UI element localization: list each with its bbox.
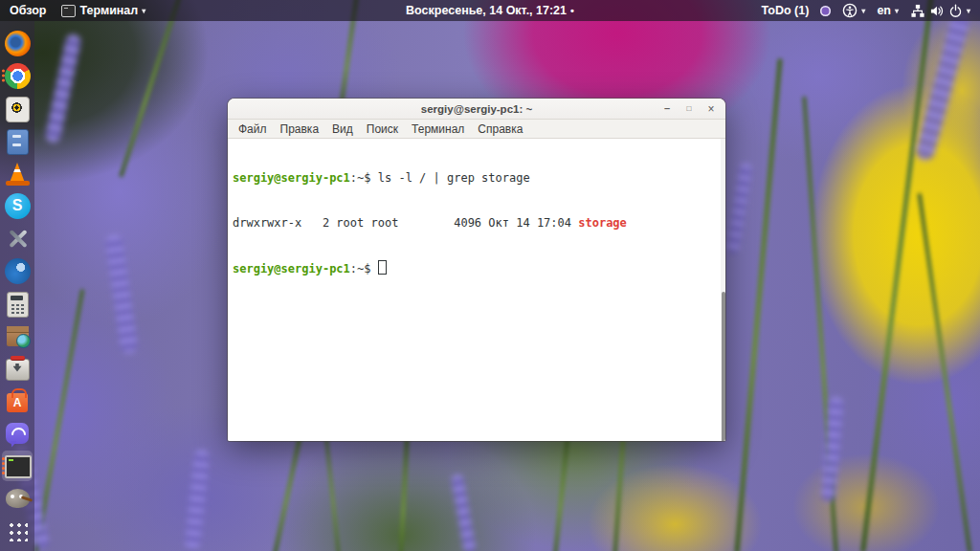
thunderbird-icon <box>5 258 31 284</box>
maximize-button[interactable]: □ <box>682 102 696 116</box>
terminal-icon <box>5 455 32 478</box>
gimp-icon <box>6 489 30 508</box>
power-icon <box>948 4 963 18</box>
wallpaper-stem <box>119 0 182 178</box>
accessibility-menu[interactable]: ▾ <box>842 3 865 18</box>
chevron-down-icon: ▾ <box>895 7 899 15</box>
viber-icon <box>6 423 29 444</box>
menu-file[interactable]: Файл <box>232 122 274 136</box>
volume-icon <box>929 4 945 18</box>
minimize-button[interactable]: – <box>660 102 674 116</box>
keyboard-layout-label: en <box>877 4 891 17</box>
chevron-down-icon: ▾ <box>861 7 865 15</box>
lavender-spike <box>185 449 211 550</box>
app-menu[interactable]: Терминал ▾ <box>61 4 145 17</box>
tools-icon <box>5 226 31 252</box>
system-menu[interactable]: ▾ <box>910 4 970 18</box>
dock-item-chrome[interactable] <box>1 59 33 92</box>
lavender-spike <box>104 233 138 354</box>
menu-terminal[interactable]: Терминал <box>405 122 471 136</box>
app-grid-icon <box>7 520 28 541</box>
dock-item-files[interactable] <box>1 124 33 157</box>
dock-item-deja-dup[interactable] <box>1 92 33 124</box>
dock-item-skype[interactable]: S <box>1 189 33 222</box>
lavender-spike <box>451 474 478 551</box>
viber-indicator-icon[interactable] <box>820 6 831 16</box>
lavender-spike <box>44 33 82 144</box>
show-applications-button[interactable] <box>1 515 33 547</box>
grep-match: storage <box>578 216 627 230</box>
window-title: sergiy@sergiy-pc1: ~ <box>228 103 725 115</box>
lavender-spike <box>726 163 753 254</box>
window-menubar: Файл Правка Вид Поиск Терминал Справка <box>228 120 725 139</box>
terminal-cursor <box>378 260 387 275</box>
terminal-mini-icon <box>61 5 76 17</box>
dock-item-viber[interactable] <box>1 417 33 450</box>
prompt: sergiy@sergiy-pc1 <box>233 171 350 185</box>
todo-indicator[interactable]: ToDo (1) <box>762 4 810 17</box>
terminal-window: sergiy@sergiy-pc1: ~ – □ × Файл Правка В… <box>228 99 725 441</box>
chevron-down-icon: ▾ <box>967 7 970 15</box>
activities-button[interactable]: Обзор <box>10 4 46 17</box>
dock-item-thunderbird[interactable] <box>1 254 33 287</box>
menu-edit[interactable]: Правка <box>274 122 326 136</box>
transmission-icon <box>6 359 30 381</box>
network-wired-icon <box>910 4 925 18</box>
dock-item-package-manager[interactable] <box>1 320 33 352</box>
dock-item-system-tools[interactable] <box>1 222 33 254</box>
firefox-icon <box>5 31 31 56</box>
dock: S A <box>0 21 34 551</box>
wallpaper-stem <box>734 58 782 551</box>
calculator-icon <box>7 292 29 318</box>
scrollbar-thumb[interactable] <box>722 292 725 441</box>
dock-item-vlc[interactable] <box>1 157 33 189</box>
dock-item-terminal[interactable] <box>1 450 33 482</box>
terminal-line-prompt: sergiy@sergiy-pc1:~$ <box>233 260 718 277</box>
scrollbar[interactable] <box>721 139 725 441</box>
top-bar: Обзор Терминал ▾ Воскресенье, 14 Окт., 1… <box>0 0 980 21</box>
clock-button[interactable]: Воскресенье, 14 Окт., 17:21• <box>406 4 574 17</box>
vlc-cone-icon <box>6 163 30 186</box>
chevron-down-icon: ▾ <box>142 7 145 15</box>
menu-view[interactable]: Вид <box>325 122 360 136</box>
dock-item-calculator[interactable] <box>1 287 33 320</box>
close-button[interactable]: × <box>704 102 718 116</box>
window-controls: – □ × <box>660 102 725 116</box>
keyboard-layout-menu[interactable]: en ▾ <box>877 4 899 17</box>
accessibility-icon <box>842 3 858 18</box>
skype-icon: S <box>5 193 31 219</box>
wallpaper-stem <box>398 430 409 551</box>
dock-item-firefox[interactable] <box>1 27 33 59</box>
file-cabinet-icon <box>7 129 29 155</box>
wallpaper-stem <box>860 0 934 551</box>
dock-item-transmission[interactable] <box>1 352 33 385</box>
notification-dot: • <box>570 5 574 16</box>
desktop: Обзор Терминал ▾ Воскресенье, 14 Окт., 1… <box>0 0 980 551</box>
app-menu-label: Терминал <box>79 4 138 17</box>
prompt: sergiy@sergiy-pc1 <box>233 262 350 276</box>
dock-item-ubuntu-software[interactable]: A <box>1 385 33 417</box>
wallpaper-stem <box>918 193 972 551</box>
terminal-line-command: sergiy@sergiy-pc1:~$ ls -l / | grep stor… <box>233 171 718 187</box>
package-globe-icon <box>7 326 29 346</box>
backups-safe-icon <box>6 97 30 122</box>
menu-help[interactable]: Справка <box>471 122 529 136</box>
clock-label: Воскресенье, 14 Окт., 17:21 <box>406 4 567 17</box>
software-bag-icon: A <box>7 393 28 412</box>
command-text: ls -l / | grep storage <box>378 171 530 185</box>
terminal-content[interactable]: sergiy@sergiy-pc1:~$ ls -l / | grep stor… <box>228 139 725 441</box>
terminal-line-output: drwxrwxr-x 2 root root 4096 Окт 14 17:04… <box>233 216 718 231</box>
dock-item-gimp[interactable] <box>1 482 33 515</box>
window-titlebar[interactable]: sergiy@sergiy-pc1: ~ – □ × <box>228 99 725 120</box>
menu-search[interactable]: Поиск <box>360 122 405 136</box>
chrome-icon <box>5 63 31 89</box>
